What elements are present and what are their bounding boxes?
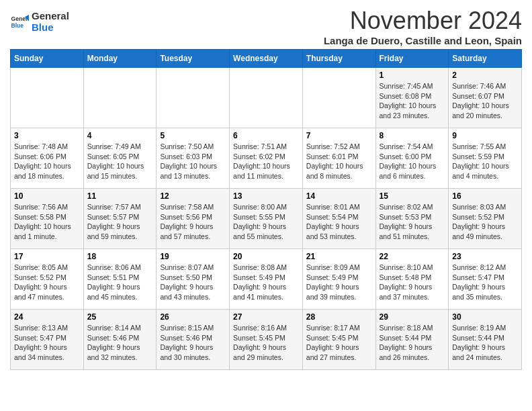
calendar-cell: 17Sunrise: 8:05 AM Sunset: 5:52 PM Dayli… <box>11 249 84 310</box>
day-number: 28 <box>306 312 372 322</box>
cell-content: Sunrise: 8:07 AM Sunset: 5:50 PM Dayligh… <box>160 263 226 302</box>
weekday-header: Tuesday <box>157 50 230 68</box>
calendar-cell: 25Sunrise: 8:14 AM Sunset: 5:46 PM Dayli… <box>83 310 157 370</box>
weekday-header: Sunday <box>11 50 84 68</box>
calendar-week-row: 10Sunrise: 7:56 AM Sunset: 5:58 PM Dayli… <box>11 189 522 249</box>
day-number: 8 <box>380 131 445 140</box>
calendar-cell: 5Sunrise: 7:50 AM Sunset: 6:03 PM Daylig… <box>157 128 230 189</box>
day-number: 10 <box>14 191 80 201</box>
calendar-cell: 9Sunrise: 7:55 AM Sunset: 5:59 PM Daylig… <box>449 128 522 189</box>
day-number: 24 <box>14 312 80 322</box>
cell-content: Sunrise: 7:54 AM Sunset: 6:00 PM Dayligh… <box>380 142 445 181</box>
day-number: 5 <box>160 131 226 140</box>
day-number: 3 <box>14 131 80 140</box>
logo-icon: General Blue <box>10 13 29 32</box>
calendar-cell: 27Sunrise: 8:16 AM Sunset: 5:45 PM Dayli… <box>230 310 303 370</box>
day-number: 2 <box>452 71 518 80</box>
cell-content: Sunrise: 8:09 AM Sunset: 5:49 PM Dayligh… <box>306 263 372 302</box>
day-number: 7 <box>306 131 372 140</box>
cell-content: Sunrise: 8:00 AM Sunset: 5:55 PM Dayligh… <box>233 202 299 242</box>
calendar-cell: 2Sunrise: 7:46 AM Sunset: 6:07 PM Daylig… <box>449 68 522 128</box>
cell-content: Sunrise: 8:16 AM Sunset: 5:45 PM Dayligh… <box>233 323 299 363</box>
day-number: 22 <box>380 252 445 261</box>
calendar-cell: 7Sunrise: 7:52 AM Sunset: 6:01 PM Daylig… <box>302 128 375 189</box>
month-title: November 2024 <box>324 7 522 35</box>
day-number: 25 <box>87 312 153 322</box>
day-number: 21 <box>306 252 372 261</box>
weekday-header: Monday <box>83 50 157 68</box>
calendar-cell: 14Sunrise: 8:01 AM Sunset: 5:54 PM Dayli… <box>302 189 375 249</box>
cell-content: Sunrise: 8:05 AM Sunset: 5:52 PM Dayligh… <box>14 263 80 302</box>
day-number: 14 <box>306 191 372 201</box>
day-number: 11 <box>87 191 153 201</box>
weekday-header: Friday <box>375 50 449 68</box>
calendar-cell <box>157 68 230 128</box>
cell-content: Sunrise: 7:52 AM Sunset: 6:01 PM Dayligh… <box>306 142 372 181</box>
day-number: 29 <box>380 312 445 322</box>
calendar-cell: 8Sunrise: 7:54 AM Sunset: 6:00 PM Daylig… <box>375 128 449 189</box>
cell-content: Sunrise: 7:49 AM Sunset: 6:05 PM Dayligh… <box>87 142 153 181</box>
calendar-cell: 22Sunrise: 8:10 AM Sunset: 5:48 PM Dayli… <box>375 249 449 310</box>
day-number: 27 <box>233 312 299 322</box>
cell-content: Sunrise: 8:06 AM Sunset: 5:51 PM Dayligh… <box>87 263 153 302</box>
day-number: 13 <box>233 191 299 201</box>
cell-content: Sunrise: 8:14 AM Sunset: 5:46 PM Dayligh… <box>87 323 153 363</box>
weekday-header: Wednesday <box>230 50 303 68</box>
logo-line1: General <box>32 11 69 22</box>
day-number: 16 <box>452 191 518 201</box>
day-number: 19 <box>160 252 226 261</box>
calendar-week-row: 3Sunrise: 7:48 AM Sunset: 6:06 PM Daylig… <box>11 128 522 189</box>
calendar-cell: 16Sunrise: 8:03 AM Sunset: 5:52 PM Dayli… <box>449 189 522 249</box>
cell-content: Sunrise: 8:12 AM Sunset: 5:47 PM Dayligh… <box>452 263 518 302</box>
cell-content: Sunrise: 7:55 AM Sunset: 5:59 PM Dayligh… <box>452 142 518 181</box>
page-header: General Blue General Blue November 2024 … <box>10 7 522 46</box>
calendar-week-row: 17Sunrise: 8:05 AM Sunset: 5:52 PM Dayli… <box>11 249 522 310</box>
cell-content: Sunrise: 8:19 AM Sunset: 5:44 PM Dayligh… <box>452 323 518 363</box>
calendar-cell: 23Sunrise: 8:12 AM Sunset: 5:47 PM Dayli… <box>449 249 522 310</box>
calendar-cell: 15Sunrise: 8:02 AM Sunset: 5:53 PM Dayli… <box>375 189 449 249</box>
day-number: 17 <box>14 252 80 261</box>
day-number: 12 <box>160 191 226 201</box>
calendar-cell: 20Sunrise: 8:08 AM Sunset: 5:49 PM Dayli… <box>230 249 303 310</box>
cell-content: Sunrise: 8:13 AM Sunset: 5:47 PM Dayligh… <box>14 323 80 363</box>
cell-content: Sunrise: 7:48 AM Sunset: 6:06 PM Dayligh… <box>14 142 80 181</box>
day-number: 18 <box>87 252 153 261</box>
day-number: 20 <box>233 252 299 261</box>
calendar-cell: 29Sunrise: 8:18 AM Sunset: 5:44 PM Dayli… <box>375 310 449 370</box>
calendar-cell: 11Sunrise: 7:57 AM Sunset: 5:57 PM Dayli… <box>83 189 157 249</box>
logo: General Blue General Blue <box>10 11 69 33</box>
cell-content: Sunrise: 8:08 AM Sunset: 5:49 PM Dayligh… <box>233 263 299 302</box>
cell-content: Sunrise: 8:10 AM Sunset: 5:48 PM Dayligh… <box>380 263 445 302</box>
calendar-cell <box>230 68 303 128</box>
calendar-cell: 18Sunrise: 8:06 AM Sunset: 5:51 PM Dayli… <box>83 249 157 310</box>
calendar-cell: 19Sunrise: 8:07 AM Sunset: 5:50 PM Dayli… <box>157 249 230 310</box>
cell-content: Sunrise: 8:15 AM Sunset: 5:46 PM Dayligh… <box>160 323 226 363</box>
cell-content: Sunrise: 8:01 AM Sunset: 5:54 PM Dayligh… <box>306 202 372 242</box>
cell-content: Sunrise: 7:57 AM Sunset: 5:57 PM Dayligh… <box>87 202 153 242</box>
weekday-header: Saturday <box>449 50 522 68</box>
calendar-cell: 24Sunrise: 8:13 AM Sunset: 5:47 PM Dayli… <box>11 310 84 370</box>
calendar-cell: 26Sunrise: 8:15 AM Sunset: 5:46 PM Dayli… <box>157 310 230 370</box>
calendar-cell <box>302 68 375 128</box>
calendar-week-row: 1Sunrise: 7:45 AM Sunset: 6:08 PM Daylig… <box>11 68 522 128</box>
calendar-header-row: SundayMondayTuesdayWednesdayThursdayFrid… <box>11 50 522 68</box>
logo-line2: Blue <box>32 22 69 34</box>
day-number: 30 <box>452 312 518 322</box>
calendar-cell: 13Sunrise: 8:00 AM Sunset: 5:55 PM Dayli… <box>230 189 303 249</box>
cell-content: Sunrise: 8:02 AM Sunset: 5:53 PM Dayligh… <box>380 202 445 242</box>
cell-content: Sunrise: 8:03 AM Sunset: 5:52 PM Dayligh… <box>452 202 518 242</box>
calendar-cell <box>11 68 84 128</box>
cell-content: Sunrise: 7:45 AM Sunset: 6:08 PM Dayligh… <box>380 81 445 121</box>
calendar-cell: 28Sunrise: 8:17 AM Sunset: 5:45 PM Dayli… <box>302 310 375 370</box>
calendar-cell: 12Sunrise: 7:58 AM Sunset: 5:56 PM Dayli… <box>157 189 230 249</box>
calendar-week-row: 24Sunrise: 8:13 AM Sunset: 5:47 PM Dayli… <box>11 310 522 370</box>
location-subtitle: Langa de Duero, Castille and Leon, Spain <box>324 35 522 46</box>
svg-text:Blue: Blue <box>11 21 24 28</box>
cell-content: Sunrise: 8:18 AM Sunset: 5:44 PM Dayligh… <box>380 323 445 363</box>
cell-content: Sunrise: 7:56 AM Sunset: 5:58 PM Dayligh… <box>14 202 80 242</box>
calendar-table: SundayMondayTuesdayWednesdayThursdayFrid… <box>10 49 522 370</box>
title-section: November 2024 Langa de Duero, Castille a… <box>324 7 522 46</box>
day-number: 26 <box>160 312 226 322</box>
calendar-cell: 4Sunrise: 7:49 AM Sunset: 6:05 PM Daylig… <box>83 128 157 189</box>
day-number: 9 <box>452 131 518 140</box>
